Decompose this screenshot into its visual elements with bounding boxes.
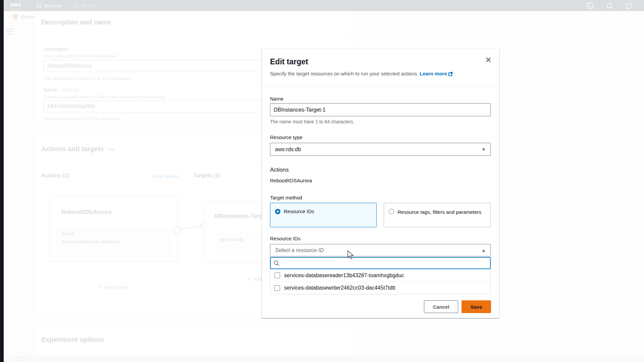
search-icon	[274, 260, 279, 266]
window-left-edge	[0, 0, 4, 362]
external-link-icon	[448, 72, 453, 76]
resource-id-option[interactable]: services-databasewriter2462cc03-dac445t7…	[270, 282, 490, 294]
radio-unselected-icon	[389, 209, 394, 214]
cancel-button[interactable]: Cancel	[424, 300, 458, 313]
modal-title: Edit target	[270, 57, 491, 66]
actions-heading: Actions	[270, 167, 491, 173]
resource-id-placeholder: Select a resource ID	[275, 247, 324, 253]
target-name-constraint: The name must have 1 to 64 characters.	[270, 119, 491, 124]
target-name-input[interactable]	[270, 103, 491, 116]
resource-id-option-label: services-databasewriter2462cc03-dac445t7…	[284, 285, 395, 291]
resource-id-select[interactable]: Select a resource ID ▲	[270, 244, 491, 256]
checkbox-icon[interactable]	[274, 273, 280, 278]
method-resource-ids-option[interactable]: Resource IDs	[270, 203, 377, 227]
chevron-down-icon: ▼	[482, 147, 486, 152]
resource-type-label: Resource type	[270, 134, 491, 140]
resource-type-select[interactable]: aws:rds:db ▼	[270, 143, 491, 156]
resource-id-search-input[interactable]	[282, 260, 487, 266]
checkbox-icon[interactable]	[274, 285, 280, 291]
method-resource-ids-label: Resource IDs	[284, 208, 314, 214]
resource-ids-label: Resource IDs	[270, 236, 491, 241]
target-method-label: Target method	[270, 195, 491, 200]
close-icon[interactable]: ✕	[485, 56, 492, 64]
radio-selected-icon	[275, 209, 280, 214]
method-tags-option[interactable]: Resource tags, filters and parameters	[384, 203, 491, 227]
resource-id-option[interactable]: services-databasereader13b43287-toamhxgb…	[270, 269, 490, 282]
resource-id-search[interactable]	[270, 257, 491, 269]
target-name-label: Name	[270, 96, 491, 102]
mouse-cursor	[347, 250, 355, 260]
actions-value: RebootRDSAurora	[270, 178, 491, 183]
chevron-up-icon: ▲	[482, 248, 486, 253]
edit-target-modal: Edit target ✕ Specify the target resourc…	[262, 48, 499, 318]
method-tags-label: Resource tags, filters and parameters	[397, 208, 481, 216]
divider	[262, 86, 499, 86]
resource-id-options: services-databasereader13b43287-toamhxgb…	[270, 269, 491, 294]
resource-id-option-label: services-databasereader13b43287-toamhxgb…	[284, 273, 404, 279]
learn-more-link[interactable]: Learn more	[420, 71, 453, 76]
modal-subtitle: Specify the target resources on which to…	[270, 71, 491, 76]
resource-type-value: aws:rds:db	[275, 146, 301, 153]
save-button[interactable]: Save	[462, 300, 491, 313]
